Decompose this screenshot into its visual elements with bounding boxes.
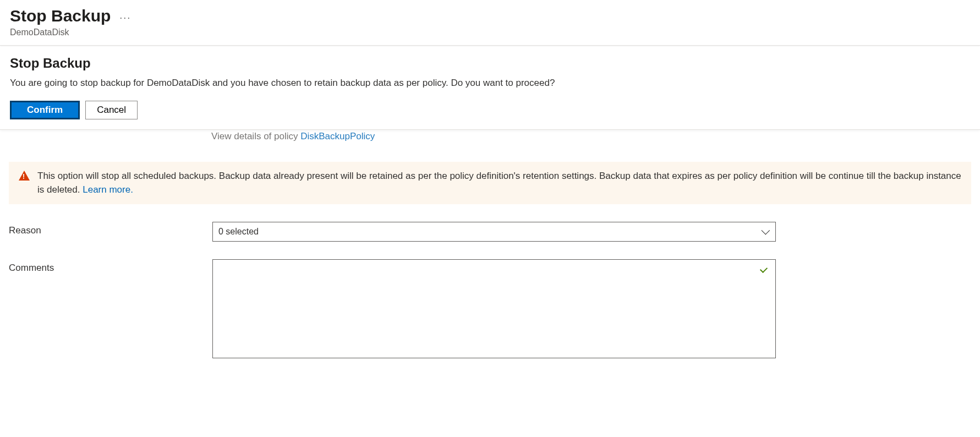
reason-selected-value: 0 selected [218,227,259,237]
comments-label: Comments [9,259,212,274]
cancel-button[interactable]: Cancel [85,101,138,119]
comments-wrap [212,259,776,360]
title-row: Stop Backup ··· [10,7,970,25]
warning-text: This option will stop all scheduled back… [37,170,961,196]
reason-row: Reason 0 selected [9,222,971,242]
policy-details-line: View details of policy DiskBackupPolicy [211,131,971,142]
page-title: Stop Backup [10,7,111,25]
learn-more-link[interactable]: Learn more. [83,184,133,195]
warning-message: This option will stop all scheduled back… [37,171,961,195]
confirm-button-row: Confirm Cancel [10,101,970,119]
resource-subtitle: DemoDataDisk [10,28,970,37]
confirm-title: Stop Backup [10,56,970,71]
check-icon [760,264,770,271]
warning-banner: This option will stop all scheduled back… [9,162,971,204]
reason-select[interactable]: 0 selected [212,222,776,242]
chevron-down-icon [761,229,770,234]
comments-row: Comments [9,259,971,360]
confirm-button[interactable]: Confirm [10,101,80,119]
comments-input[interactable] [212,259,776,358]
warning-icon [19,171,30,181]
body-region: View details of policy DiskBackupPolicy … [0,131,980,360]
page-header: Stop Backup ··· DemoDataDisk [0,0,980,46]
confirm-panel: Stop Backup You are going to stop backup… [0,46,980,130]
confirm-message: You are going to stop backup for DemoDat… [10,78,970,89]
reason-label: Reason [9,222,212,236]
policy-prefix-text: View details of policy [211,131,300,141]
more-options-icon[interactable]: ··· [119,9,131,24]
policy-link[interactable]: DiskBackupPolicy [300,131,375,141]
